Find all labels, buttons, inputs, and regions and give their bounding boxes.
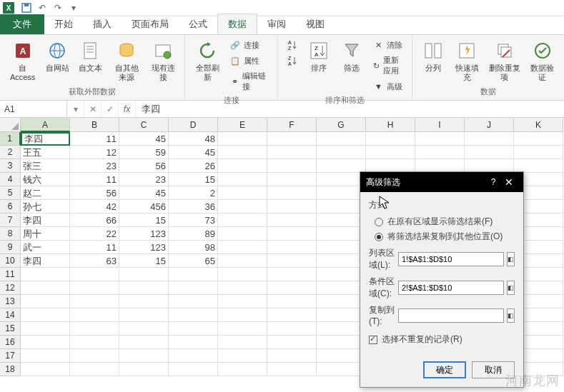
cell[interactable]: 赵二 (21, 186, 70, 200)
row-header[interactable]: 4 (0, 173, 21, 186)
from-access-button[interactable]: A自 Access (6, 38, 39, 84)
cell[interactable] (70, 322, 119, 336)
cell[interactable] (169, 308, 218, 322)
accept-formula-icon[interactable]: ✓ (102, 101, 119, 117)
row-header[interactable]: 11 (0, 268, 21, 281)
cell[interactable] (317, 159, 366, 173)
cancel-formula-icon[interactable]: ✕ (84, 101, 102, 117)
row-header[interactable]: 12 (0, 281, 21, 295)
cell[interactable]: 56 (70, 186, 119, 200)
column-header[interactable]: C (119, 118, 169, 132)
cell[interactable] (267, 254, 317, 268)
cell[interactable] (267, 349, 317, 363)
cell[interactable] (21, 308, 70, 322)
cell[interactable] (119, 322, 169, 336)
qat-dropdown-icon[interactable]: ▾ (67, 1, 80, 14)
cell[interactable]: 123 (119, 227, 169, 241)
cell[interactable] (218, 308, 267, 322)
cell[interactable] (267, 322, 317, 336)
cell[interactable] (317, 227, 366, 241)
unique-records-checkbox[interactable]: 选择不重复的记录(R) (369, 333, 515, 346)
cell[interactable] (119, 295, 169, 308)
cell[interactable]: 15 (119, 254, 169, 268)
data-validation-button[interactable]: 数据验证 (527, 38, 558, 84)
row-header[interactable]: 5 (0, 186, 21, 200)
formula-input[interactable]: 李四 (136, 103, 564, 116)
cell[interactable] (366, 132, 415, 146)
cell[interactable] (317, 173, 366, 186)
row-header[interactable]: 13 (0, 295, 21, 308)
cell[interactable] (218, 159, 267, 173)
row-header[interactable]: 17 (0, 349, 21, 363)
tab-layout[interactable]: 页面布局 (122, 14, 179, 34)
advanced-filter-button[interactable]: ▼高级 (370, 79, 405, 94)
cell[interactable]: 周十 (21, 227, 70, 241)
cell[interactable]: 123 (119, 241, 169, 254)
row-header[interactable]: 15 (0, 322, 21, 336)
cell[interactable]: 65 (169, 254, 218, 268)
cell[interactable]: 73 (169, 213, 218, 227)
cell[interactable] (317, 268, 366, 281)
copy-to-input[interactable] (398, 308, 504, 323)
column-header[interactable]: B (70, 118, 119, 132)
row-header[interactable]: 8 (0, 227, 21, 241)
cell[interactable] (317, 308, 366, 322)
cell[interactable] (465, 146, 514, 159)
column-header[interactable]: D (169, 118, 218, 132)
cell[interactable] (169, 336, 218, 349)
cell[interactable] (218, 295, 267, 308)
tab-formulas[interactable]: 公式 (179, 14, 217, 34)
cell[interactable]: 22 (70, 227, 119, 241)
cell[interactable]: 56 (119, 159, 169, 173)
cell[interactable] (267, 227, 317, 241)
ref-selector-icon[interactable]: ◧ (507, 252, 515, 266)
close-icon[interactable]: ✕ (500, 176, 518, 188)
cell[interactable] (119, 349, 169, 363)
row-header[interactable]: 10 (0, 254, 21, 268)
cell[interactable] (21, 295, 70, 308)
cell[interactable] (70, 268, 119, 281)
clear-filter-button[interactable]: ✕清除 (370, 38, 405, 52)
row-header[interactable]: 9 (0, 241, 21, 254)
cell[interactable]: 23 (119, 173, 169, 186)
ref-selector-icon[interactable]: ◧ (507, 308, 515, 323)
cell[interactable] (70, 295, 119, 308)
cell[interactable]: 2 (169, 186, 218, 200)
existing-conn-button[interactable]: 现有连接 (148, 38, 179, 84)
cell[interactable] (169, 281, 218, 295)
cell[interactable] (317, 213, 366, 227)
column-header[interactable]: I (415, 118, 465, 132)
column-header[interactable]: H (366, 118, 415, 132)
column-header[interactable]: K (514, 118, 563, 132)
cell[interactable] (317, 295, 366, 308)
cell[interactable]: 456 (119, 200, 169, 213)
help-icon[interactable]: ? (486, 177, 500, 187)
cell[interactable]: 48 (169, 132, 218, 146)
properties-button[interactable]: 📋属性 (227, 54, 272, 68)
cell[interactable] (21, 281, 70, 295)
from-web-button[interactable]: 自网站 (42, 38, 72, 74)
cell[interactable]: 李四 (21, 132, 70, 146)
tab-view[interactable]: 视图 (296, 14, 335, 34)
cell[interactable] (317, 281, 366, 295)
cell[interactable] (218, 186, 267, 200)
cell[interactable] (218, 200, 267, 213)
cell[interactable] (267, 146, 317, 159)
cell[interactable] (366, 146, 415, 159)
dialog-titlebar[interactable]: 高级筛选 ? ✕ (360, 172, 523, 192)
cell[interactable] (267, 336, 317, 349)
cell[interactable]: 张三 (21, 159, 70, 173)
ok-button[interactable]: 确定 (423, 361, 466, 378)
cell[interactable]: 11 (70, 241, 119, 254)
row-header[interactable]: 2 (0, 146, 21, 159)
text-to-columns-button[interactable]: 分列 (418, 38, 448, 74)
cell[interactable]: 42 (70, 200, 119, 213)
cell[interactable]: 45 (119, 132, 169, 146)
cell[interactable] (317, 254, 366, 268)
cell[interactable] (465, 132, 514, 146)
cell[interactable] (267, 213, 317, 227)
from-text-button[interactable]: 自文本 (75, 38, 105, 74)
cell[interactable] (317, 322, 366, 336)
cell[interactable]: 63 (70, 254, 119, 268)
cell[interactable] (119, 268, 169, 281)
